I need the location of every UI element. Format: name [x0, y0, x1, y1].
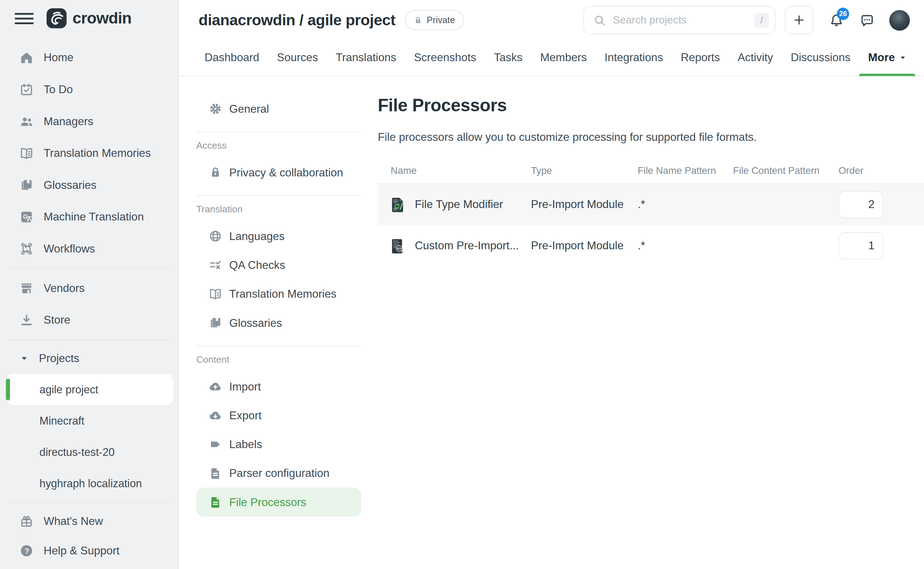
chat-bubble-icon — [860, 13, 874, 27]
table-row[interactable]: Custom Pre-Import... Pre-Import Module .… — [378, 225, 924, 266]
cloud-upload-icon — [209, 380, 222, 393]
sidebar-item-machine-translation[interactable]: Machine Translation — [0, 201, 178, 233]
tab-translations[interactable]: Translations — [327, 40, 405, 75]
sidebar-footer: What's New Help & Support — [0, 499, 178, 569]
settings-item-labels[interactable]: Labels — [196, 430, 361, 459]
menu-icon[interactable] — [15, 9, 33, 28]
document-icon — [209, 495, 222, 509]
processor-name: Custom Pre-Import... — [415, 239, 519, 252]
sidebar-item-translation-memories[interactable]: Translation Memories — [0, 137, 178, 169]
messages-button[interactable] — [860, 13, 874, 27]
sidebar-item-home[interactable]: Home — [0, 42, 178, 74]
settings-item-privacy-collaboration[interactable]: Privacy & collaboration — [196, 158, 361, 187]
sidebar-item-help-support[interactable]: Help & Support — [0, 536, 178, 566]
logo-text: crowdin — [73, 9, 132, 27]
sidebar-item-label: Workflows — [44, 242, 95, 255]
project-label: directus-test-20 — [39, 446, 114, 458]
sidebar-nav-primary: Home To Do Managers Translation Memories… — [0, 42, 178, 265]
crowdin-logo[interactable]: crowdin — [46, 8, 131, 29]
sidebar-header: crowdin — [0, 0, 178, 37]
table-header-row: Name Type File Name Pattern File Content… — [378, 158, 924, 184]
sidebar-project-directus-test-20[interactable]: directus-test-20 — [0, 437, 178, 468]
tab-members[interactable]: Members — [531, 40, 596, 75]
sidebar-project-agile-project[interactable]: agile project — [6, 374, 173, 405]
gift-icon — [20, 514, 34, 528]
column-header-file-name-pattern: File Name Pattern — [637, 165, 733, 176]
sidebar-project-minecraft[interactable]: Minecraft — [0, 405, 178, 437]
settings-item-languages[interactable]: Languages — [196, 222, 361, 250]
settings-item-glossaries[interactable]: Glossaries — [196, 308, 361, 337]
project-search: / — [584, 6, 776, 35]
sidebar-projects-toggle[interactable]: Projects — [0, 344, 178, 374]
tab-label: Members — [540, 51, 587, 64]
settings-item-label: Parser configuration — [229, 467, 329, 479]
settings-item-label: Import — [229, 380, 261, 393]
crowdin-app: crowdin Home To Do Managers Translation … — [0, 0, 924, 569]
open-book-icon — [20, 146, 34, 160]
processor-type: Pre-Import Module — [531, 239, 637, 252]
tab-integrations[interactable]: Integrations — [596, 40, 672, 75]
tab-more[interactable]: More — [859, 40, 915, 75]
caret-down-icon — [899, 55, 906, 61]
sidebar-item-todo[interactable]: To Do — [0, 74, 178, 106]
project-label: hyghraph localization — [39, 477, 142, 490]
settings-item-parser-configuration[interactable]: Parser configuration — [196, 459, 361, 488]
project-label: agile project — [39, 383, 98, 396]
search-input[interactable] — [613, 14, 754, 26]
tab-label: Sources — [277, 51, 318, 64]
settings-item-general[interactable]: General — [196, 94, 361, 123]
processor-file-name-pattern: .* — [637, 239, 733, 252]
user-avatar[interactable] — [889, 10, 910, 30]
top-bar: dianacrowdin / agile project Private / 2… — [178, 0, 924, 40]
settings-item-label: Languages — [229, 230, 285, 242]
tab-label: More — [868, 51, 895, 64]
tab-screenshots[interactable]: Screenshots — [405, 40, 485, 75]
todo-calendar-icon — [20, 82, 34, 97]
cloud-download-icon — [209, 409, 222, 422]
workflow-icon — [20, 242, 34, 256]
content-row: General Access Privacy & collaboration T… — [178, 76, 924, 569]
sidebar-item-label: What's New — [44, 515, 103, 528]
order-input[interactable]: 2 — [839, 191, 883, 218]
table-row[interactable]: File Type Modifier Pre-Import Module .* … — [378, 184, 924, 225]
sidebar-item-label: Store — [44, 313, 70, 327]
sidebar-item-glossaries[interactable]: Glossaries — [0, 169, 178, 201]
create-project-button[interactable] — [785, 6, 813, 35]
help-question-icon — [20, 544, 34, 558]
sidebar-project-hyghraph-localization[interactable]: hyghraph localization — [0, 468, 178, 499]
settings-item-label: File Processors — [229, 496, 306, 508]
sidebar-item-managers[interactable]: Managers — [0, 105, 178, 137]
home-icon — [20, 50, 34, 65]
sidebar-item-label: Managers — [44, 115, 94, 128]
tab-activity[interactable]: Activity — [729, 40, 782, 75]
sidebar-item-whats-new[interactable]: What's New — [0, 507, 178, 536]
gear-icon — [209, 102, 222, 116]
main-column: dianacrowdin / agile project Private / 2… — [178, 0, 924, 569]
order-input[interactable]: 1 — [839, 232, 883, 259]
tab-discussions[interactable]: Discussions — [782, 40, 859, 75]
settings-item-import[interactable]: Import — [196, 372, 361, 401]
notifications-button[interactable]: 26 — [829, 13, 844, 27]
tab-sources[interactable]: Sources — [268, 40, 326, 75]
sidebar-item-label: Machine Translation — [44, 210, 144, 223]
settings-item-file-processors[interactable]: File Processors — [196, 488, 361, 516]
sidebar-item-vendors[interactable]: Vendors — [0, 272, 178, 304]
column-header-order: Order — [839, 165, 924, 176]
sidebar-item-workflows[interactable]: Workflows — [0, 233, 178, 265]
sidebar-divider — [8, 268, 170, 269]
column-header-file-content-pattern: File Content Pattern — [733, 165, 839, 176]
settings-item-translation-memories[interactable]: Translation Memories — [196, 280, 361, 308]
custom-pre-import-icon — [391, 238, 405, 254]
settings-item-qa-checks[interactable]: QA Checks — [196, 251, 361, 280]
file-type-modifier-icon — [391, 197, 405, 213]
tab-tasks[interactable]: Tasks — [485, 40, 531, 75]
settings-nav: General Access Privacy & collaboration T… — [196, 76, 361, 569]
tab-label: Activity — [737, 51, 773, 64]
settings-item-export[interactable]: Export — [196, 401, 361, 430]
tab-label: Screenshots — [414, 51, 476, 64]
settings-item-label: Labels — [229, 438, 262, 450]
sidebar-item-store[interactable]: Store — [0, 304, 178, 336]
tab-dashboard[interactable]: Dashboard — [196, 40, 268, 75]
processor-name: File Type Modifier — [415, 198, 503, 211]
tab-reports[interactable]: Reports — [672, 40, 729, 75]
